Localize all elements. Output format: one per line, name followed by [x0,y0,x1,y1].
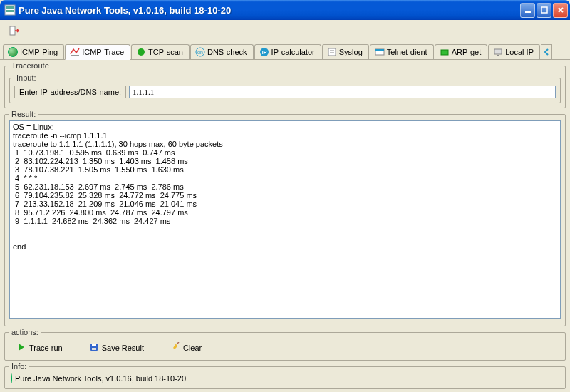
tab-icmp-trace[interactable]: ICMP-Trace [65,44,130,60]
toolbar [0,20,570,41]
tab-scroll-left[interactable] [541,44,552,59]
info-fieldset: Info: Pure Java Network Tools, v1.0.16, … [4,362,566,389]
save-result-button[interactable]: Save Result [83,341,150,355]
tab-label: DNS-check [207,48,247,56]
tab-label: Syslog [339,48,363,56]
chart-icon [70,47,80,57]
tab-ip-calculator[interactable]: IPIP-calculator [254,44,321,59]
globe-icon [11,374,12,383]
result-legend: Result: [9,110,38,118]
window-titlebar: Pure Java Network Tools, v1.0.16, build … [0,0,570,20]
actions-fieldset: actions: Trace run Save Result Clear [4,328,566,361]
svg-rect-1 [6,6,14,9]
svg-text:dn: dn [197,50,203,55]
dns-icon: dn [195,47,205,57]
minimize-button[interactable] [520,3,535,18]
app-icon [4,4,16,16]
svg-rect-2 [6,10,14,12]
tab-telnet-client[interactable]: Telnet-dient [370,44,434,59]
svg-rect-19 [497,55,499,56]
globe-icon [8,47,18,57]
input-label: Enter IP-address/DNS-name: [14,86,126,98]
save-icon [89,342,99,354]
tab-local-ip[interactable]: Local IP [488,44,540,59]
svg-rect-4 [542,7,547,13]
green-dot-icon [136,47,146,57]
tab-label: IP-calculator [271,48,315,56]
tab-label: TCP-scan [148,48,183,56]
svg-text:IP: IP [261,50,266,55]
syslog-icon [327,47,337,57]
ip-address-input[interactable] [129,86,556,98]
svg-point-7 [138,48,145,56]
svg-rect-22 [92,348,96,350]
traceroute-fieldset: Traceroute Input: Enter IP-address/DNS-n… [4,61,566,108]
separator [76,342,76,354]
tab-label: ICMP-Ping [20,48,58,56]
svg-rect-5 [10,26,15,35]
tab-label: ICMP-Trace [82,48,124,56]
window-title: Pure Java Network Tools, v1.0.16, build … [19,5,520,16]
input-fieldset: Input: Enter IP-address/DNS-name: [9,73,561,103]
clear-button[interactable]: Clear [165,341,207,355]
action-label: Trace run [29,344,63,352]
play-icon [16,342,26,354]
localip-icon [493,47,503,57]
tab-icmp-ping[interactable]: ICMP-Ping [3,44,64,59]
actions-legend: actions: [9,328,41,336]
result-output[interactable]: OS = Linux: traceroute -n --icmp 1.1.1.1… [9,120,561,319]
info-text: Pure Java Network Tools, v1.0.16, build … [15,374,186,383]
svg-line-23 [177,342,179,344]
svg-rect-17 [441,50,448,55]
tab-arp-get[interactable]: ARP-get [435,44,488,59]
exit-button[interactable] [4,22,24,39]
action-label: Save Result [102,344,144,352]
action-label: Clear [183,344,202,352]
tab-bar: ICMP-Ping ICMP-Trace TCP-scan dnDNS-chec… [0,41,570,60]
maximize-button[interactable] [537,3,551,18]
ip-icon: IP [259,47,269,57]
svg-rect-12 [328,48,336,56]
tab-label: Local IP [505,48,534,56]
input-legend: Input: [14,73,38,82]
tab-syslog[interactable]: Syslog [322,44,369,59]
svg-rect-21 [92,344,96,346]
broom-icon [170,342,180,354]
svg-rect-3 [525,11,531,13]
telnet-icon [375,47,385,57]
tab-dns-check[interactable]: dnDNS-check [190,44,254,59]
tab-label: Telnet-dient [387,48,428,56]
info-legend: Info: [9,362,28,371]
tab-label: ARP-get [452,48,482,56]
result-fieldset: Result: OS = Linux: traceroute -n --icmp… [4,110,566,326]
svg-rect-16 [375,49,384,51]
trace-run-button[interactable]: Trace run [11,341,68,355]
tab-tcp-scan[interactable]: TCP-scan [131,44,190,59]
separator [157,342,157,354]
svg-rect-18 [494,49,502,54]
traceroute-legend: Traceroute [9,61,51,70]
close-button[interactable] [553,3,568,18]
arp-icon [440,47,450,57]
